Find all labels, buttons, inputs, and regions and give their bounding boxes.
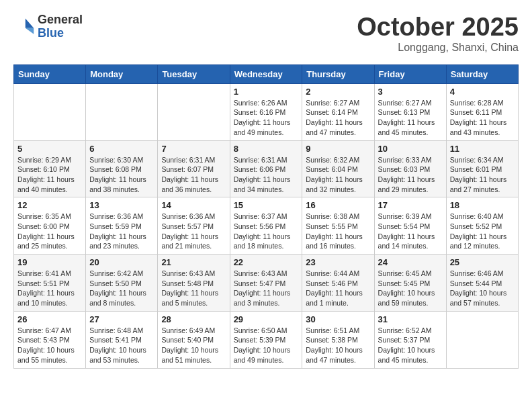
day-info: Sunrise: 6:44 AM Sunset: 5:46 PM Dayligh… [306,269,370,308]
day-number: 15 [234,200,299,210]
day-info: Sunrise: 6:27 AM Sunset: 6:14 PM Dayligh… [306,98,370,138]
weekday-header: Sunday [14,64,86,83]
day-info: Sunrise: 6:51 AM Sunset: 5:38 PM Dayligh… [306,326,370,365]
calendar-cell: 16Sunrise: 6:38 AM Sunset: 5:55 PM Dayli… [302,197,374,255]
month-title: October 2025 [357,13,519,42]
day-number: 2 [306,87,370,97]
day-number: 6 [89,144,154,154]
weekday-header: Tuesday [158,64,230,83]
calendar-cell: 3Sunrise: 6:27 AM Sunset: 6:13 PM Daylig… [374,83,446,140]
calendar-cell: 7Sunrise: 6:31 AM Sunset: 6:07 PM Daylig… [158,140,230,197]
day-number: 20 [89,257,154,267]
calendar-cell: 31Sunrise: 6:52 AM Sunset: 5:37 PM Dayli… [374,311,446,368]
day-info: Sunrise: 6:35 AM Sunset: 6:00 PM Dayligh… [17,212,82,251]
day-number: 30 [306,314,370,324]
calendar-cell: 2Sunrise: 6:27 AM Sunset: 6:14 PM Daylig… [302,83,374,140]
day-number: 29 [234,314,299,324]
day-info: Sunrise: 6:50 AM Sunset: 5:39 PM Dayligh… [234,326,299,365]
day-number: 17 [378,200,443,210]
day-info: Sunrise: 6:49 AM Sunset: 5:40 PM Dayligh… [161,326,226,365]
logo-text: General Blue [38,13,83,40]
day-info: Sunrise: 6:31 AM Sunset: 6:06 PM Dayligh… [234,155,299,195]
day-info: Sunrise: 6:43 AM Sunset: 5:48 PM Dayligh… [161,269,226,308]
calendar-cell: 26Sunrise: 6:47 AM Sunset: 5:43 PM Dayli… [14,311,86,368]
day-number: 14 [161,200,226,210]
calendar-cell: 8Sunrise: 6:31 AM Sunset: 6:06 PM Daylig… [230,140,302,197]
day-number: 9 [306,144,370,154]
calendar-week-row: 12Sunrise: 6:35 AM Sunset: 6:00 PM Dayli… [14,197,519,255]
calendar-cell: 6Sunrise: 6:30 AM Sunset: 6:08 PM Daylig… [86,140,158,197]
calendar-cell [14,83,86,140]
page-header: General Blue October 2025 Longgang, Shan… [13,13,519,54]
day-number: 8 [234,144,299,154]
day-info: Sunrise: 6:45 AM Sunset: 5:45 PM Dayligh… [378,269,443,308]
calendar-cell [158,83,230,140]
day-info: Sunrise: 6:46 AM Sunset: 5:44 PM Dayligh… [450,269,515,308]
calendar-table: SundayMondayTuesdayWednesdayThursdayFrid… [13,64,519,369]
day-number: 21 [161,257,226,267]
calendar-cell: 22Sunrise: 6:43 AM Sunset: 5:47 PM Dayli… [230,255,302,312]
calendar-cell: 15Sunrise: 6:37 AM Sunset: 5:56 PM Dayli… [230,197,302,255]
day-number: 3 [378,87,443,97]
day-number: 5 [17,144,82,154]
day-info: Sunrise: 6:52 AM Sunset: 5:37 PM Dayligh… [378,326,443,365]
day-info: Sunrise: 6:34 AM Sunset: 6:01 PM Dayligh… [450,155,515,195]
weekday-header: Wednesday [230,64,302,83]
calendar-week-row: 19Sunrise: 6:41 AM Sunset: 5:51 PM Dayli… [14,255,519,312]
day-info: Sunrise: 6:48 AM Sunset: 5:41 PM Dayligh… [89,326,154,365]
calendar-cell: 14Sunrise: 6:36 AM Sunset: 5:57 PM Dayli… [158,197,230,255]
calendar-cell: 23Sunrise: 6:44 AM Sunset: 5:46 PM Dayli… [302,255,374,312]
calendar-cell: 20Sunrise: 6:42 AM Sunset: 5:50 PM Dayli… [86,255,158,312]
day-number: 12 [17,200,82,210]
title-block: October 2025 Longgang, Shanxi, China [357,13,519,54]
location-subtitle: Longgang, Shanxi, China [357,42,519,54]
day-info: Sunrise: 6:38 AM Sunset: 5:55 PM Dayligh… [306,212,370,251]
day-number: 13 [89,200,154,210]
weekday-header: Monday [86,64,158,83]
day-number: 1 [234,87,299,97]
day-info: Sunrise: 6:26 AM Sunset: 6:16 PM Dayligh… [234,98,299,138]
calendar-cell [86,83,158,140]
calendar-cell: 21Sunrise: 6:43 AM Sunset: 5:48 PM Dayli… [158,255,230,312]
calendar-week-row: 5Sunrise: 6:29 AM Sunset: 6:10 PM Daylig… [14,140,519,197]
day-number: 18 [450,200,515,210]
day-number: 4 [450,87,515,97]
day-number: 28 [161,314,226,324]
day-info: Sunrise: 6:39 AM Sunset: 5:54 PM Dayligh… [378,212,443,251]
calendar-week-row: 26Sunrise: 6:47 AM Sunset: 5:43 PM Dayli… [14,311,519,368]
calendar-cell: 13Sunrise: 6:36 AM Sunset: 5:59 PM Dayli… [86,197,158,255]
calendar-cell: 25Sunrise: 6:46 AM Sunset: 5:44 PM Dayli… [446,255,518,312]
day-number: 31 [378,314,443,324]
calendar-cell: 18Sunrise: 6:40 AM Sunset: 5:52 PM Dayli… [446,197,518,255]
calendar-cell: 28Sunrise: 6:49 AM Sunset: 5:40 PM Dayli… [158,311,230,368]
calendar-cell: 11Sunrise: 6:34 AM Sunset: 6:01 PM Dayli… [446,140,518,197]
day-info: Sunrise: 6:42 AM Sunset: 5:50 PM Dayligh… [89,269,154,308]
day-number: 10 [378,144,443,154]
day-info: Sunrise: 6:32 AM Sunset: 6:04 PM Dayligh… [306,155,370,195]
day-info: Sunrise: 6:40 AM Sunset: 5:52 PM Dayligh… [450,212,515,251]
logo-blue: Blue [38,27,83,40]
svg-marker-1 [26,28,34,34]
calendar-cell [446,311,518,368]
calendar-cell: 5Sunrise: 6:29 AM Sunset: 6:10 PM Daylig… [14,140,86,197]
day-info: Sunrise: 6:30 AM Sunset: 6:08 PM Dayligh… [89,155,154,195]
calendar-cell: 19Sunrise: 6:41 AM Sunset: 5:51 PM Dayli… [14,255,86,312]
day-info: Sunrise: 6:41 AM Sunset: 5:51 PM Dayligh… [17,269,82,308]
logo-general: General [38,13,83,27]
day-info: Sunrise: 6:43 AM Sunset: 5:47 PM Dayligh… [234,269,299,308]
calendar-cell: 30Sunrise: 6:51 AM Sunset: 5:38 PM Dayli… [302,311,374,368]
logo: General Blue [13,13,83,40]
calendar-week-row: 1Sunrise: 6:26 AM Sunset: 6:16 PM Daylig… [14,83,519,140]
svg-marker-0 [26,18,34,28]
day-number: 27 [89,314,154,324]
calendar-header-row: SundayMondayTuesdayWednesdayThursdayFrid… [14,64,519,83]
day-info: Sunrise: 6:33 AM Sunset: 6:03 PM Dayligh… [378,155,443,195]
day-number: 16 [306,200,370,210]
calendar-cell: 12Sunrise: 6:35 AM Sunset: 6:00 PM Dayli… [14,197,86,255]
day-number: 23 [306,257,370,267]
day-info: Sunrise: 6:36 AM Sunset: 5:57 PM Dayligh… [161,212,226,251]
calendar-cell: 27Sunrise: 6:48 AM Sunset: 5:41 PM Dayli… [86,311,158,368]
calendar-cell: 17Sunrise: 6:39 AM Sunset: 5:54 PM Dayli… [374,197,446,255]
weekday-header: Friday [374,64,446,83]
day-number: 19 [17,257,82,267]
